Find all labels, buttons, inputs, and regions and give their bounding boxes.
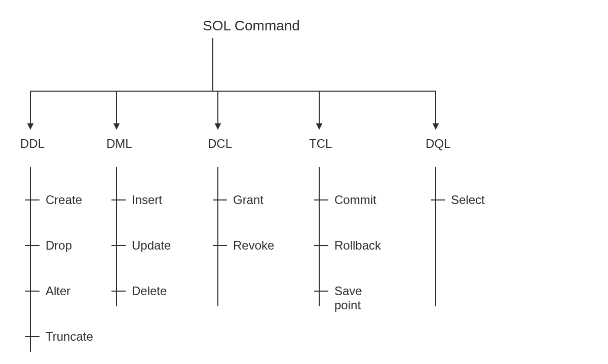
category-dcl: DCL [208, 137, 232, 151]
cmd-ddl-0: Create [46, 193, 82, 207]
category-ddl: DDL [20, 137, 45, 151]
category-dql: DQL [426, 137, 450, 151]
cmd-ddl-2: Alter [46, 284, 70, 298]
cmd-dml-1: Update [132, 238, 171, 253]
cmd-dml-2: Delete [132, 284, 167, 298]
category-dml: DML [106, 137, 132, 151]
cmd-ddl-3: Truncate [46, 330, 93, 344]
cmd-tcl-1: Rollback [334, 238, 381, 253]
cmd-dcl-0: Grant [233, 193, 263, 207]
cmd-ddl-1: Drop [46, 238, 72, 253]
cmd-dql-0: Select [451, 193, 485, 207]
cmd-dml-0: Insert [132, 193, 162, 207]
cmd-tcl-2: Save point [334, 284, 380, 312]
diagram-title: SOL Command [203, 18, 300, 34]
cmd-dcl-1: Revoke [233, 238, 274, 253]
category-tcl: TCL [309, 137, 332, 151]
diagram-connectors [0, 0, 608, 364]
cmd-tcl-0: Commit [334, 193, 376, 207]
